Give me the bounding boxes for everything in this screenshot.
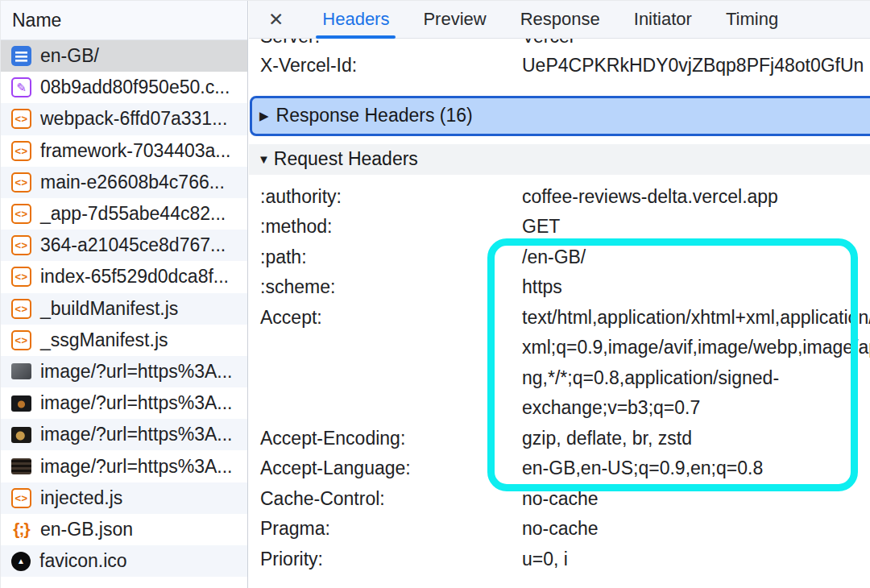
response-headers-section-label: Response Headers (16) <box>276 105 473 126</box>
sidebar-item-label: image/?url=https%3A... <box>40 392 232 414</box>
header-row: :scheme:https <box>249 272 870 303</box>
tab-preview[interactable]: Preview <box>423 1 486 39</box>
header-value-line: UeP4CPKRkHDY0vjZBqp8PFj48ot0GfUn <box>522 51 864 81</box>
sidebar-item[interactable]: ▲favicon.ico <box>1 545 247 577</box>
image-thumb-2 <box>11 395 31 412</box>
detail-tabs: HeadersPreviewResponseInitiatorTiming <box>322 1 778 39</box>
headers-detail-panel: ✕ HeadersPreviewResponseInitiatorTiming … <box>249 1 870 588</box>
sidebar-item[interactable]: <>364-a21045ce8d767... <box>1 230 247 261</box>
script-icon: <> <box>11 267 31 287</box>
sidebar-item-label: index-65f529d0dca8f... <box>40 266 229 288</box>
response-header-rows: X-Vercel-Id:UeP4CPKRkHDY0vjZBqp8PFj48ot0… <box>249 51 870 81</box>
sidebar-item[interactable]: <>webpack-6ffd07a331... <box>1 103 247 135</box>
header-row: :path:/en-GB/ <box>249 242 870 273</box>
request-header-rows: :authority:coffee-reviews-delta.vercel.a… <box>249 182 870 575</box>
header-value-line: ng,*/*;q=0.8,application/signed- <box>522 363 870 394</box>
script-icon: <> <box>11 488 31 508</box>
header-value-line: en-GB,en-US;q=0.9,en;q=0.8 <box>522 453 763 484</box>
header-value-line: /en-GB/ <box>522 242 586 273</box>
header-row: Pragma:no-cache <box>249 514 870 545</box>
request-list-sidebar: Name en-GB/✎08b9add80f950e50.c...<>webpa… <box>1 1 248 588</box>
image-thumb-3 <box>11 427 31 443</box>
script-icon: <> <box>11 235 31 255</box>
header-value: /en-GB/ <box>522 242 586 273</box>
sidebar-item[interactable]: {;}en-GB.json <box>1 514 247 545</box>
header-value: coffee-reviews-delta.vercel.app <box>522 182 778 213</box>
sidebar-item-label: en-GB/ <box>40 45 99 67</box>
sidebar-item[interactable]: <>_app-7d55abe44c82... <box>1 198 247 230</box>
name-column-label: Name <box>12 10 61 31</box>
sidebar-item[interactable]: <>main-e26608b4c766... <box>1 167 247 198</box>
disclosure-collapsed-icon: ▶ <box>259 109 269 123</box>
disclosure-expanded-icon: ▼ <box>258 152 270 166</box>
header-row: Priority:u=0, i <box>249 545 870 575</box>
sidebar-item[interactable]: image/?url=https%3A... <box>1 356 247 387</box>
sidebar-item[interactable]: <>_ssgManifest.js <box>1 325 247 356</box>
sidebar-item-label: image/?url=https%3A... <box>40 424 232 445</box>
header-value-line: xml;q=0.9,image/avif,image/webp,image/ap <box>522 333 870 363</box>
header-value-line: u=0, i <box>522 545 568 575</box>
sidebar-item[interactable]: <>index-65f529d0dca8f... <box>1 261 247 292</box>
sidebar-item[interactable]: <>injected.js <box>1 482 247 514</box>
tab-response[interactable]: Response <box>520 1 600 39</box>
sidebar-item[interactable]: image/?url=https%3A... <box>1 387 247 419</box>
request-headers-section-label: Request Headers <box>274 148 418 170</box>
devtools-network-panel: Name en-GB/✎08b9add80f950e50.c...<>webpa… <box>0 0 870 588</box>
response-headers-section-toggle[interactable]: ▶ Response Headers (16) <box>250 96 870 136</box>
header-value: Vercel <box>522 39 574 51</box>
sidebar-item-label: webpack-6ffd07a331... <box>40 108 227 130</box>
sidebar-item-label: en-GB.json <box>40 519 133 540</box>
header-name: Accept-Language: <box>249 453 522 484</box>
sidebar-item[interactable]: ✎08b9add80f950e50.c... <box>1 72 247 103</box>
header-value-line: no-cache <box>522 514 599 545</box>
request-list: en-GB/✎08b9add80f950e50.c...<>webpack-6f… <box>1 40 247 577</box>
request-headers-section-toggle[interactable]: ▼ Request Headers <box>249 144 870 175</box>
close-icon[interactable]: ✕ <box>268 9 284 31</box>
header-name: :authority: <box>249 182 522 213</box>
name-column-header[interactable]: Name <box>1 1 247 40</box>
header-value: en-GB,en-US;q=0.9,en;q=0.8 <box>522 453 763 484</box>
header-name: Cache-Control: <box>249 484 522 515</box>
sidebar-item-label: injected.js <box>40 487 122 509</box>
tab-headers[interactable]: Headers <box>322 1 389 39</box>
favicon-icon: ▲ <box>11 552 31 571</box>
sidebar-item[interactable]: <>_buildManifest.js <box>1 293 247 325</box>
header-value: text/html,application/xhtml+xml,applicat… <box>522 303 870 424</box>
detail-tabbar: ✕ HeadersPreviewResponseInitiatorTiming <box>249 1 870 39</box>
sidebar-item-label: image/?url=https%3A... <box>40 361 232 383</box>
header-name: Pragma: <box>249 514 522 545</box>
image-thumb-1 <box>11 363 31 379</box>
header-row: X-Vercel-Id:UeP4CPKRkHDY0vjZBqp8PFj48ot0… <box>249 51 870 81</box>
header-value-line: https <box>522 272 562 303</box>
header-value: https <box>522 272 562 303</box>
script-icon: <> <box>11 299 31 319</box>
sidebar-item[interactable]: image/?url=https%3A... <box>1 419 247 450</box>
header-row: Accept:text/html,application/xhtml+xml,a… <box>249 303 870 424</box>
header-value: UeP4CPKRkHDY0vjZBqp8PFj48ot0GfUn <box>522 51 864 81</box>
header-row: :authority:coffee-reviews-delta.vercel.a… <box>249 182 870 213</box>
script-icon: <> <box>11 172 31 193</box>
header-value: GET <box>522 212 560 242</box>
header-row: :method:GET <box>249 212 870 242</box>
sidebar-item-label: _buildManifest.js <box>40 298 178 320</box>
script-icon: <> <box>11 204 31 224</box>
sidebar-item-label: 08b9add80f950e50.c... <box>40 77 230 98</box>
header-value: gzip, deflate, br, zstd <box>522 424 692 454</box>
header-value: u=0, i <box>522 545 568 575</box>
header-value-line: text/html,application/xhtml+xml,applicat… <box>522 303 870 333</box>
header-value-line: no-cache <box>522 484 599 515</box>
sidebar-item[interactable]: en-GB/ <box>1 40 247 72</box>
json-icon: {;} <box>11 520 31 540</box>
sidebar-item[interactable]: image/?url=https%3A... <box>1 450 247 482</box>
sidebar-item-label: _app-7d55abe44c82... <box>40 203 226 225</box>
sidebar-item-label: image/?url=https%3A... <box>40 456 232 478</box>
sidebar-item[interactable]: <>framework-7034403a... <box>1 135 247 167</box>
header-name: Priority: <box>249 545 522 575</box>
header-value-line: coffee-reviews-delta.vercel.app <box>522 182 778 213</box>
tab-timing[interactable]: Timing <box>726 1 778 39</box>
image-thumb-4 <box>11 458 31 474</box>
stylesheet-icon: ✎ <box>11 77 31 97</box>
header-row-server: Server: Vercel <box>249 39 870 51</box>
script-icon: <> <box>11 141 31 161</box>
tab-initiator[interactable]: Initiator <box>634 1 692 39</box>
